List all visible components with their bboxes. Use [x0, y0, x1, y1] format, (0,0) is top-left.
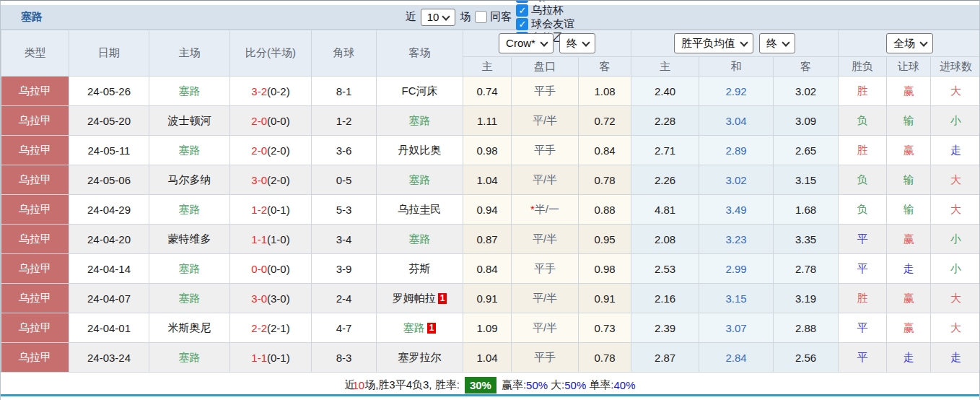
- odds-home-cell: 1.04: [463, 165, 512, 195]
- date-cell: 24-04-14: [69, 254, 149, 284]
- summary-count: 10: [352, 379, 364, 391]
- win-rate-badge: 30%: [465, 377, 496, 394]
- table-row: 乌拉甲24-04-01米斯奥尼2-2(2-1)4-7塞路11.09平/半0.73…: [1, 313, 980, 343]
- corner-cell: 5-3: [312, 195, 377, 225]
- home-team-cell: 蒙特维多: [149, 225, 230, 254]
- score-cell: 1-1(0-1): [230, 343, 312, 373]
- league-cell: 乌拉甲: [1, 254, 69, 284]
- corner-cell: 1-2: [312, 106, 377, 136]
- handicap-cell: 平/半: [512, 106, 579, 136]
- league-checkbox[interactable]: ✓: [516, 18, 528, 30]
- table-row: 乌拉甲24-05-26塞路3-2(0-2)8-1FC河床0.74平手1.082.…: [1, 77, 980, 106]
- handicap-cell: 平/半: [512, 225, 579, 254]
- corner-cell: 3-6: [312, 136, 377, 165]
- result-cell: 胜: [839, 77, 887, 106]
- avg-draw-cell: 3.02: [699, 165, 774, 195]
- league-cell: 乌拉甲: [1, 77, 69, 106]
- handicap-result-cell: 赢: [887, 136, 931, 165]
- corner-cell: 2-4: [312, 284, 377, 313]
- score-cell: 1-1(1-0): [230, 225, 312, 254]
- match-count-select[interactable]: 10: [421, 9, 456, 26]
- avg-away-cell: 3.09: [774, 106, 839, 136]
- corner-cell: 3-4: [312, 225, 377, 254]
- odds-status-select[interactable]: 终: [559, 33, 595, 53]
- league-cell: 乌拉甲: [1, 106, 69, 136]
- date-cell: 24-04-20: [69, 225, 149, 254]
- score-cell: 0-0(0-0): [230, 254, 312, 284]
- big-pct: 50%: [564, 379, 586, 391]
- avg-home-cell: 2.28: [631, 106, 699, 136]
- odds-away-cell: 0.84: [579, 136, 631, 165]
- handicap-result-cell: 输: [887, 106, 931, 136]
- subcol-avg-away: 客: [774, 57, 839, 77]
- avg-home-cell: 2.71: [631, 136, 699, 165]
- subcol-handicap: 盘口: [512, 57, 579, 77]
- goals-result-cell: 走: [931, 136, 980, 165]
- result-scope-select[interactable]: 全场: [886, 33, 933, 53]
- avg-status-select[interactable]: 终: [759, 33, 795, 53]
- avg-home-cell: 2.40: [631, 77, 699, 106]
- col-date: 日期: [69, 30, 149, 77]
- table-row: 乌拉甲24-05-06马尔多纳3-0(2-0)0-5塞路1.04平/半0.782…: [1, 165, 980, 195]
- handicap-result-cell: 赢: [887, 77, 931, 106]
- league-checkbox[interactable]: ✓: [516, 0, 528, 3]
- date-cell: 24-03-24: [69, 343, 149, 373]
- odds-away-cell: 0.78: [579, 343, 631, 373]
- avg-group-header: 胜平负均值 终: [631, 30, 839, 57]
- handicap-cell: 平手: [512, 254, 579, 284]
- odds-home-cell: 0.94: [463, 195, 512, 225]
- handicap-result-cell: 输: [887, 165, 931, 195]
- match-history-panel: 塞路 近 10 场 同客 ✓乌拉甲✓乌拉杯✓球会友谊✓乌拉乙 类型 日期 主场 …: [0, 0, 980, 400]
- corner-cell: 8-3: [312, 343, 377, 373]
- avg-away-cell: 3.19: [774, 284, 839, 313]
- table-row: 乌拉甲24-04-20蒙特维多1-1(1-0)3-4塞路0.87平/半0.952…: [1, 225, 980, 254]
- goals-result-cell: 大: [931, 313, 980, 343]
- avg-draw-cell: 2.92: [699, 77, 774, 106]
- goals-result-cell: 大: [931, 165, 980, 195]
- odds-provider-select[interactable]: Crow*: [499, 33, 554, 53]
- same-venue-filter[interactable]: 同客: [475, 10, 512, 24]
- table-row: 乌拉甲24-03-24塞路1-1(0-1)8-3塞罗拉尔1.04平手0.782.…: [1, 343, 980, 373]
- league-label: 球会友谊: [531, 17, 574, 31]
- red-card-badge: 1: [438, 293, 447, 304]
- odds-home-cell: 1.09: [463, 313, 512, 343]
- goals-result-cell: 走: [931, 343, 980, 373]
- away-team-cell: 塞路: [377, 225, 463, 254]
- avg-type-select[interactable]: 胜平负均值: [674, 33, 753, 53]
- match-table: 类型 日期 主场 比分(半场) 角球 客场 Crow* 终 胜平负均值 终: [1, 30, 980, 373]
- red-card-badge: 1: [427, 323, 437, 334]
- avg-away-cell: 2.88: [774, 313, 839, 343]
- subcol-result: 胜负: [839, 57, 887, 77]
- handicap-result-cell: 赢: [887, 313, 931, 343]
- date-cell: 24-04-29: [69, 195, 149, 225]
- single-pct: 40%: [613, 379, 635, 391]
- odds-home-cell: 0.87: [463, 225, 512, 254]
- handicap-cell: 平手: [512, 136, 579, 165]
- goals-result-cell: 大: [931, 195, 980, 225]
- subcol-avg-home: 主: [631, 57, 699, 77]
- avg-away-cell: 3.15: [774, 165, 839, 195]
- avg-away-cell: 2.65: [774, 136, 839, 165]
- league-cell: 乌拉甲: [1, 165, 69, 195]
- table-row: 乌拉甲24-04-07塞路3-0(3-0)2-4罗姆帕拉10.91平/半0.91…: [1, 284, 980, 313]
- home-team-cell: 塞路: [149, 343, 230, 373]
- league-filter[interactable]: ✓球会友谊: [516, 17, 574, 31]
- matches-label: 场: [460, 10, 471, 24]
- away-team-cell: FC河床: [377, 77, 463, 106]
- handicap-cell: 平手: [512, 343, 579, 373]
- table-row: 乌拉甲24-05-11塞路2-0(2-0)3-6丹奴比奥0.98平手0.842.…: [1, 136, 980, 165]
- league-cell: 乌拉甲: [1, 343, 69, 373]
- same-venue-checkbox[interactable]: [475, 11, 487, 23]
- handicap-result-cell: 走: [887, 343, 931, 373]
- home-team-cell: 塞路: [149, 284, 230, 313]
- avg-away-cell: 3.02: [774, 77, 839, 106]
- score-cell: 2-0(0-0): [230, 106, 312, 136]
- home-team-cell: 塞路: [149, 136, 230, 165]
- league-label: 乌拉杯: [531, 4, 564, 17]
- bottom-accent-line: [1, 394, 979, 396]
- odds-away-cell: 1.08: [579, 77, 631, 106]
- league-checkbox[interactable]: ✓: [516, 4, 528, 17]
- corner-cell: 3-9: [312, 254, 377, 284]
- league-filter[interactable]: ✓乌拉杯: [516, 4, 574, 17]
- avg-away-cell: 2.78: [774, 254, 839, 284]
